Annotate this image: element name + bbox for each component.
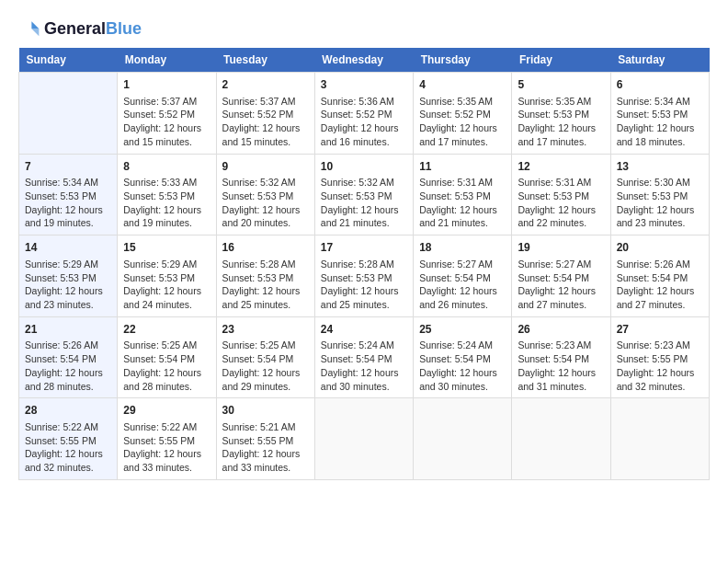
col-header-wednesday: Wednesday <box>314 48 413 73</box>
day-info: Sunrise: 5:26 AMSunset: 5:54 PMDaylight:… <box>617 258 703 312</box>
col-header-friday: Friday <box>512 48 610 73</box>
day-number: 28 <box>25 403 111 419</box>
calendar-cell <box>512 398 610 480</box>
calendar-cell: 27 Sunrise: 5:23 AMSunset: 5:55 PMDaylig… <box>610 316 709 398</box>
day-info: Sunrise: 5:24 AMSunset: 5:54 PMDaylight:… <box>321 339 407 393</box>
day-info: Sunrise: 5:24 AMSunset: 5:54 PMDaylight:… <box>419 339 506 393</box>
svg-marker-0 <box>31 21 39 29</box>
calendar-cell: 12 Sunrise: 5:31 AMSunset: 5:53 PMDaylig… <box>512 154 610 236</box>
day-number: 16 <box>222 240 309 256</box>
day-number: 26 <box>518 322 604 338</box>
calendar-cell: 4 Sunrise: 5:35 AMSunset: 5:52 PMDayligh… <box>414 73 512 155</box>
day-info: Sunrise: 5:31 AMSunset: 5:53 PMDaylight:… <box>518 176 604 230</box>
day-info: Sunrise: 5:34 AMSunset: 5:53 PMDaylight:… <box>25 176 111 230</box>
day-info: Sunrise: 5:25 AMSunset: 5:54 PMDaylight:… <box>123 339 210 393</box>
day-number: 17 <box>321 240 407 256</box>
day-number: 15 <box>123 240 210 256</box>
week-row-5: 28 Sunrise: 5:22 AMSunset: 5:55 PMDaylig… <box>19 398 710 480</box>
calendar-cell: 2 Sunrise: 5:37 AMSunset: 5:52 PMDayligh… <box>216 73 314 155</box>
day-info: Sunrise: 5:21 AMSunset: 5:55 PMDaylight:… <box>222 420 309 475</box>
day-number: 22 <box>123 322 210 338</box>
day-number: 11 <box>419 159 506 175</box>
calendar-cell: 5 Sunrise: 5:35 AMSunset: 5:53 PMDayligh… <box>512 73 610 155</box>
day-number: 20 <box>617 240 703 256</box>
week-row-1: 1 Sunrise: 5:37 AMSunset: 5:52 PMDayligh… <box>19 73 710 155</box>
day-number: 1 <box>123 77 210 93</box>
calendar-cell: 19 Sunrise: 5:27 AMSunset: 5:54 PMDaylig… <box>512 236 610 317</box>
calendar-cell: 7 Sunrise: 5:34 AMSunset: 5:53 PMDayligh… <box>19 154 118 236</box>
col-header-thursday: Thursday <box>414 48 512 73</box>
week-row-2: 7 Sunrise: 5:34 AMSunset: 5:53 PMDayligh… <box>19 154 710 236</box>
day-info: Sunrise: 5:37 AMSunset: 5:52 PMDaylight:… <box>123 95 210 149</box>
day-info: Sunrise: 5:28 AMSunset: 5:53 PMDaylight:… <box>321 258 407 312</box>
calendar-cell: 13 Sunrise: 5:30 AMSunset: 5:53 PMDaylig… <box>610 154 709 236</box>
calendar-cell: 10 Sunrise: 5:32 AMSunset: 5:53 PMDaylig… <box>314 154 413 236</box>
day-number: 8 <box>123 159 210 175</box>
day-number: 29 <box>123 403 210 419</box>
day-info: Sunrise: 5:29 AMSunset: 5:53 PMDaylight:… <box>123 258 210 312</box>
day-info: Sunrise: 5:27 AMSunset: 5:54 PMDaylight:… <box>419 258 506 312</box>
day-info: Sunrise: 5:28 AMSunset: 5:53 PMDaylight:… <box>222 258 309 312</box>
day-info: Sunrise: 5:33 AMSunset: 5:53 PMDaylight:… <box>123 176 210 230</box>
calendar-table: SundayMondayTuesdayWednesdayThursdayFrid… <box>18 48 710 480</box>
day-number: 19 <box>518 240 604 256</box>
day-number: 27 <box>617 322 703 338</box>
calendar-cell <box>314 398 413 480</box>
day-info: Sunrise: 5:23 AMSunset: 5:55 PMDaylight:… <box>617 339 703 393</box>
calendar-cell: 24 Sunrise: 5:24 AMSunset: 5:54 PMDaylig… <box>314 316 413 398</box>
week-row-4: 21 Sunrise: 5:26 AMSunset: 5:54 PMDaylig… <box>19 316 710 398</box>
day-number: 12 <box>518 159 604 175</box>
calendar-cell: 9 Sunrise: 5:32 AMSunset: 5:53 PMDayligh… <box>216 154 314 236</box>
day-info: Sunrise: 5:36 AMSunset: 5:52 PMDaylight:… <box>321 95 407 149</box>
day-info: Sunrise: 5:34 AMSunset: 5:53 PMDaylight:… <box>617 95 703 149</box>
calendar-cell: 28 Sunrise: 5:22 AMSunset: 5:55 PMDaylig… <box>19 398 118 480</box>
calendar-cell: 18 Sunrise: 5:27 AMSunset: 5:54 PMDaylig… <box>414 236 512 317</box>
day-info: Sunrise: 5:35 AMSunset: 5:52 PMDaylight:… <box>419 95 506 149</box>
day-number: 23 <box>222 322 309 338</box>
day-number: 24 <box>321 322 407 338</box>
day-info: Sunrise: 5:22 AMSunset: 5:55 PMDaylight:… <box>25 420 111 475</box>
calendar-cell <box>610 398 709 480</box>
day-info: Sunrise: 5:35 AMSunset: 5:53 PMDaylight:… <box>518 95 604 149</box>
day-number: 14 <box>25 240 111 256</box>
day-info: Sunrise: 5:26 AMSunset: 5:54 PMDaylight:… <box>25 339 111 393</box>
day-info: Sunrise: 5:32 AMSunset: 5:53 PMDaylight:… <box>321 176 407 230</box>
day-number: 21 <box>25 322 111 338</box>
calendar-cell: 17 Sunrise: 5:28 AMSunset: 5:53 PMDaylig… <box>314 236 413 317</box>
day-number: 3 <box>321 77 407 93</box>
calendar-cell: 25 Sunrise: 5:24 AMSunset: 5:54 PMDaylig… <box>414 316 512 398</box>
day-info: Sunrise: 5:27 AMSunset: 5:54 PMDaylight:… <box>518 258 604 312</box>
day-info: Sunrise: 5:22 AMSunset: 5:55 PMDaylight:… <box>123 420 210 475</box>
svg-marker-1 <box>31 29 39 36</box>
calendar-cell <box>414 398 512 480</box>
calendar-cell: 6 Sunrise: 5:34 AMSunset: 5:53 PMDayligh… <box>610 73 709 155</box>
day-number: 25 <box>419 322 506 338</box>
day-number: 2 <box>222 77 309 93</box>
day-number: 9 <box>222 159 309 175</box>
day-number: 13 <box>617 159 703 175</box>
day-info: Sunrise: 5:29 AMSunset: 5:53 PMDaylight:… <box>25 258 111 312</box>
calendar-cell: 23 Sunrise: 5:25 AMSunset: 5:54 PMDaylig… <box>216 316 314 398</box>
page-header: GeneralBlue <box>18 18 710 40</box>
day-number: 4 <box>419 77 506 93</box>
day-info: Sunrise: 5:30 AMSunset: 5:53 PMDaylight:… <box>617 176 703 230</box>
day-number: 30 <box>222 403 309 419</box>
calendar-cell: 3 Sunrise: 5:36 AMSunset: 5:52 PMDayligh… <box>314 73 413 155</box>
day-info: Sunrise: 5:23 AMSunset: 5:54 PMDaylight:… <box>518 339 604 393</box>
calendar-header-row: SundayMondayTuesdayWednesdayThursdayFrid… <box>19 48 710 73</box>
calendar-cell: 14 Sunrise: 5:29 AMSunset: 5:53 PMDaylig… <box>19 236 118 317</box>
calendar-cell: 11 Sunrise: 5:31 AMSunset: 5:53 PMDaylig… <box>414 154 512 236</box>
calendar-cell: 8 Sunrise: 5:33 AMSunset: 5:53 PMDayligh… <box>118 154 216 236</box>
col-header-sunday: Sunday <box>19 48 118 73</box>
calendar-cell: 29 Sunrise: 5:22 AMSunset: 5:55 PMDaylig… <box>118 398 216 480</box>
day-number: 5 <box>518 77 604 93</box>
logo-text: GeneralBlue <box>44 20 142 39</box>
calendar-cell <box>19 73 118 155</box>
calendar-cell: 26 Sunrise: 5:23 AMSunset: 5:54 PMDaylig… <box>512 316 610 398</box>
calendar-cell: 15 Sunrise: 5:29 AMSunset: 5:53 PMDaylig… <box>118 236 216 317</box>
day-info: Sunrise: 5:37 AMSunset: 5:52 PMDaylight:… <box>222 95 309 149</box>
logo-icon <box>18 18 40 40</box>
day-info: Sunrise: 5:32 AMSunset: 5:53 PMDaylight:… <box>222 176 309 230</box>
day-number: 10 <box>321 159 407 175</box>
day-number: 18 <box>419 240 506 256</box>
